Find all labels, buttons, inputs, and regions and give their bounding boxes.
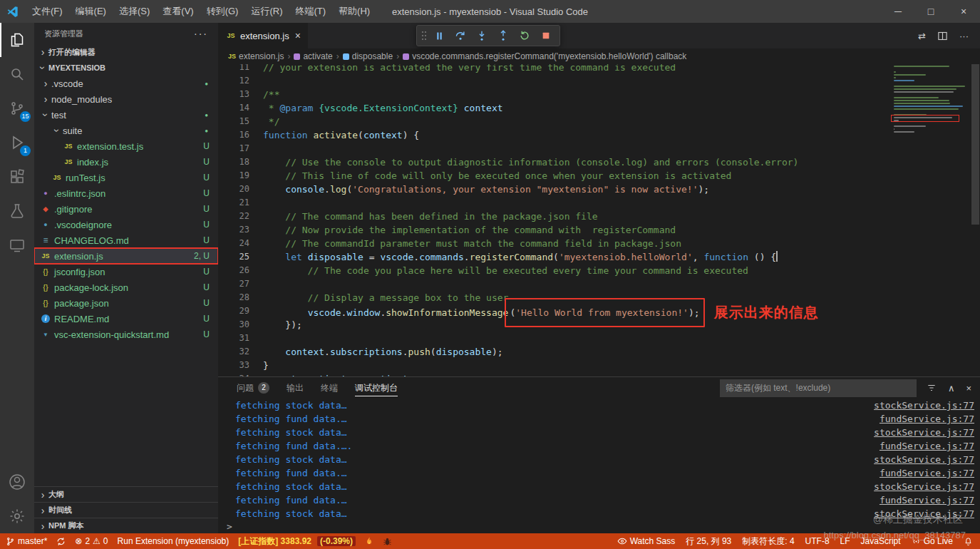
source-link[interactable]: stockService.js:77 bbox=[874, 480, 974, 493]
menu-go[interactable]: 转到(G) bbox=[200, 0, 245, 23]
code-line-15[interactable]: 15 */ bbox=[218, 115, 980, 128]
more-actions-icon[interactable]: ··· bbox=[959, 31, 969, 41]
console-prompt-chevron[interactable]: > bbox=[218, 520, 980, 533]
maximize-button[interactable]: □ bbox=[914, 0, 947, 23]
tree-item-README.md[interactable]: iREADME.mdU bbox=[34, 311, 218, 327]
menu-help[interactable]: 帮助(H) bbox=[332, 0, 376, 23]
tree-item-jsconfig.json[interactable]: {}jsconfig.jsonU bbox=[34, 264, 218, 279]
code-line-20[interactable]: 20 console.log('Congratulations, your ex… bbox=[218, 183, 980, 196]
code-line-33[interactable]: 33} bbox=[218, 359, 980, 372]
outline-section[interactable]: › 大纲 bbox=[34, 486, 218, 502]
tab-terminal[interactable]: 终端 bbox=[321, 377, 338, 399]
drag-handle[interactable] bbox=[420, 26, 428, 46]
run-debug-icon[interactable]: 1 bbox=[0, 125, 34, 160]
breadcrumb-symbol-disposable[interactable]: disposable bbox=[343, 51, 393, 61]
remote-explorer-icon[interactable] bbox=[0, 228, 34, 262]
timeline-section[interactable]: › 时间线 bbox=[34, 502, 218, 518]
source-link[interactable]: stockService.js:77 bbox=[874, 399, 974, 412]
editor-scrollbar[interactable] bbox=[971, 64, 980, 376]
search-icon[interactable] bbox=[0, 57, 34, 91]
code-line-12[interactable]: 12 bbox=[218, 74, 980, 88]
code-line-19[interactable]: 19 // This line of code will only be exe… bbox=[218, 169, 980, 183]
code-line-17[interactable]: 17 bbox=[218, 142, 980, 155]
tree-item-extension.test.js[interactable]: JSextension.test.jsU bbox=[34, 138, 218, 154]
bug-icon[interactable] bbox=[383, 537, 392, 546]
menu-run[interactable]: 运行(R) bbox=[244, 0, 289, 23]
breadcrumb-symbol-callback[interactable]: vscode.commands.registerCommand('myexten… bbox=[403, 51, 686, 61]
scrollbar-thumb[interactable] bbox=[971, 64, 979, 225]
code-line-25[interactable]: 25 let disposable = vscode.commands.regi… bbox=[218, 250, 980, 264]
source-control-icon[interactable]: 15 bbox=[0, 91, 34, 125]
tree-item-extension.js[interactable]: JSextension.js2, U bbox=[34, 248, 218, 264]
tree-item-package.json[interactable]: {}package.jsonU bbox=[34, 295, 218, 311]
close-button[interactable]: × bbox=[947, 0, 980, 23]
source-link[interactable]: stockService.js:77 bbox=[874, 426, 974, 439]
source-link[interactable]: stockService.js:77 bbox=[874, 453, 974, 466]
source-link[interactable]: fundService.js:77 bbox=[880, 439, 974, 453]
more-actions-icon[interactable]: ··· bbox=[194, 28, 208, 39]
tree-item-.eslintrc.json[interactable]: ●.eslintrc.jsonU bbox=[34, 185, 218, 201]
tree-item-CHANGELOG.md[interactable]: ≡CHANGELOG.mdU bbox=[34, 232, 218, 248]
code-line-16[interactable]: 16function activate(context) { bbox=[218, 128, 980, 142]
code-editor[interactable]: 11// your extension is activated the ver… bbox=[218, 64, 980, 376]
notifications-bell-icon[interactable] bbox=[964, 537, 973, 546]
watch-sass-indicator[interactable]: Watch Sass bbox=[617, 536, 676, 546]
tree-item-node_modules[interactable]: ›node_modules bbox=[34, 91, 218, 107]
code-line-31[interactable]: 31 bbox=[218, 332, 980, 345]
tree-item-index.js[interactable]: JSindex.jsU bbox=[34, 154, 218, 170]
menu-view[interactable]: 查看(V) bbox=[156, 0, 200, 23]
stock-ticker[interactable]: [上证指数] 3383.92 (-0.39%) bbox=[238, 535, 356, 548]
open-editors-section[interactable]: › 打开的编辑器 bbox=[34, 44, 218, 60]
step-into-icon[interactable] bbox=[471, 26, 492, 46]
account-icon[interactable] bbox=[0, 465, 34, 499]
filter-input[interactable] bbox=[720, 379, 917, 397]
go-live-button[interactable]: Go Live bbox=[912, 536, 953, 546]
source-link[interactable]: fundService.js:77 bbox=[880, 493, 974, 507]
code-line-23[interactable]: 23 // Now provide the implementation of … bbox=[218, 223, 980, 237]
code-line-32[interactable]: 32 context.subscriptions.push(disposable… bbox=[218, 345, 980, 359]
minimize-button[interactable]: ─ bbox=[882, 0, 914, 23]
cursor-position[interactable]: 行 25, 列 93 bbox=[686, 535, 731, 548]
extensions-icon[interactable] bbox=[0, 160, 34, 194]
filter-icon[interactable] bbox=[927, 383, 937, 393]
code-line-24[interactable]: 24 // The commandId parameter must match… bbox=[218, 237, 980, 250]
minimap[interactable] bbox=[887, 64, 971, 376]
code-line-18[interactable]: 18 // Use the console to output diagnost… bbox=[218, 155, 980, 169]
pause-icon[interactable] bbox=[428, 26, 450, 46]
code-line-29[interactable]: 29 vscode.window.showInformationMessage(… bbox=[218, 304, 980, 318]
tab-extension-js[interactable]: JS extension.js × bbox=[218, 23, 308, 48]
flame-icon[interactable] bbox=[365, 536, 373, 546]
explorer-icon[interactable] bbox=[0, 23, 34, 57]
menu-selection[interactable]: 选择(S) bbox=[113, 0, 156, 23]
code-line-11[interactable]: 11// your extension is activated the ver… bbox=[218, 64, 980, 74]
sync-button[interactable] bbox=[56, 537, 66, 546]
code-line-21[interactable]: 21 bbox=[218, 196, 980, 210]
code-line-14[interactable]: 14 * @param {vscode.ExtensionContext} co… bbox=[218, 101, 980, 115]
menu-edit[interactable]: 编辑(E) bbox=[69, 0, 113, 23]
tree-item-test[interactable]: ›test● bbox=[34, 107, 218, 123]
run-config-indicator[interactable]: Run Extension (myextensiob) bbox=[118, 536, 229, 546]
tab-output[interactable]: 输出 bbox=[287, 377, 304, 399]
tab-debug-console[interactable]: 调试控制台 bbox=[355, 377, 398, 399]
problems-indicator[interactable]: ⊗2 ⚠0 bbox=[75, 536, 108, 546]
indentation-indicator[interactable]: 制表符长度: 4 bbox=[742, 535, 794, 548]
encoding-indicator[interactable]: UTF-8 bbox=[805, 536, 830, 546]
close-icon[interactable]: × bbox=[295, 30, 301, 41]
npm-scripts-section[interactable]: › NPM 脚本 bbox=[34, 518, 218, 533]
tree-item-runTest.js[interactable]: JSrunTest.jsU bbox=[34, 170, 218, 185]
breadcrumb-file[interactable]: JS extension.js bbox=[228, 51, 284, 61]
project-root-section[interactable]: › MYEXTENSIOB bbox=[34, 60, 218, 76]
split-editor-icon[interactable] bbox=[937, 31, 948, 41]
restart-icon[interactable] bbox=[514, 26, 535, 46]
git-branch-indicator[interactable]: master* bbox=[6, 536, 47, 546]
tree-item-package-lock.json[interactable]: {}package-lock.jsonU bbox=[34, 279, 218, 295]
testing-icon[interactable] bbox=[0, 194, 34, 228]
stop-icon[interactable] bbox=[535, 26, 557, 46]
tab-problems[interactable]: 问题 2 bbox=[237, 377, 269, 399]
code-line-34[interactable]: 34exports.activate = activate; bbox=[218, 372, 980, 376]
code-line-22[interactable]: 22 // The command has been defined in th… bbox=[218, 210, 980, 223]
source-link[interactable]: fundService.js:77 bbox=[880, 412, 974, 426]
tree-item-.vscode[interactable]: ›.vscode● bbox=[34, 76, 218, 91]
menu-terminal[interactable]: 终端(T) bbox=[289, 0, 332, 23]
menu-file[interactable]: 文件(F) bbox=[26, 0, 69, 23]
